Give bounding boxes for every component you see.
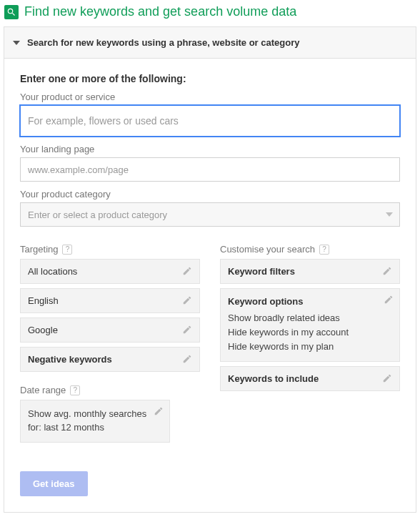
landing-page-label: Your landing page	[20, 144, 400, 154]
intro-label: Enter one or more of the following:	[20, 73, 400, 84]
targeting-network[interactable]: Google	[20, 317, 200, 343]
help-icon[interactable]: ?	[319, 245, 329, 255]
pencil-icon	[382, 373, 392, 383]
pencil-icon	[182, 266, 192, 276]
product-label: Your product or service	[20, 92, 400, 102]
date-range-selector[interactable]: Show avg. monthly searches for: last 12 …	[20, 400, 170, 443]
pencil-icon	[382, 266, 392, 276]
pencil-icon	[154, 406, 164, 416]
planner-panel: Search for new keywords using a phrase, …	[4, 26, 416, 513]
pencil-icon	[182, 354, 192, 364]
accordion-toggle[interactable]: Search for new keywords using a phrase, …	[4, 27, 416, 59]
targeting-locations[interactable]: All locations	[20, 259, 200, 284]
chevron-down-icon	[386, 212, 393, 217]
help-icon[interactable]: ?	[62, 245, 72, 255]
targeting-negative-keywords[interactable]: Negative keywords	[20, 347, 200, 372]
keyword-filters[interactable]: Keyword filters	[220, 259, 400, 284]
page-title: Find new keywords and get search volume …	[24, 4, 296, 19]
product-input[interactable]	[20, 105, 400, 137]
chevron-down-icon	[13, 41, 20, 45]
keywords-to-include[interactable]: Keywords to include	[220, 366, 400, 391]
pencil-icon	[384, 295, 394, 305]
pencil-icon	[182, 325, 192, 335]
get-ideas-button[interactable]: Get ideas	[20, 471, 88, 496]
product-category-placeholder: Enter or select a product category	[28, 210, 167, 220]
landing-page-input[interactable]	[20, 157, 400, 182]
search-icon	[4, 5, 19, 19]
keyword-options[interactable]: Keyword options Show broadly related ide…	[220, 288, 400, 362]
targeting-column: Targeting ? All locations English Google…	[20, 244, 200, 443]
customise-column: Customise your search ? Keyword filters …	[220, 244, 400, 395]
page-header: Find new keywords and get search volume …	[0, 0, 420, 26]
product-category-select[interactable]: Enter or select a product category	[20, 202, 400, 227]
customise-label: Customise your search ?	[220, 244, 400, 255]
panel-body: Enter one or more of the following: Your…	[4, 59, 416, 512]
pencil-icon	[182, 295, 192, 305]
targeting-label: Targeting ?	[20, 244, 200, 255]
product-category-label: Your product category	[20, 189, 400, 200]
targeting-language[interactable]: English	[20, 288, 200, 313]
accordion-title: Search for new keywords using a phrase, …	[27, 37, 299, 48]
help-icon[interactable]: ?	[70, 385, 80, 395]
date-range-label: Date range ?	[20, 385, 200, 395]
